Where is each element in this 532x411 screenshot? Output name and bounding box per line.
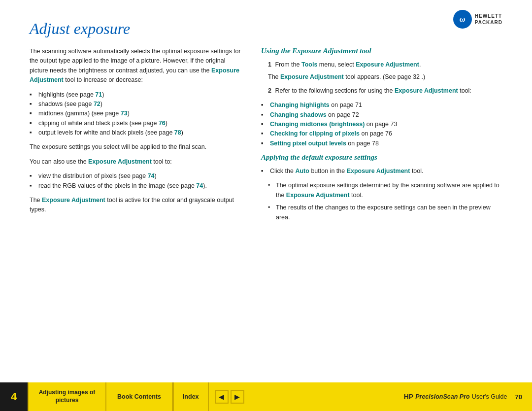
intro-paragraph: The scanning software automatically sele… bbox=[30, 47, 241, 85]
step-1: 1 From the Tools menu, select Exposure A… bbox=[261, 60, 502, 82]
midtones-page-link[interactable]: 73 bbox=[121, 110, 128, 117]
list-item: Changing highlights on page 71 bbox=[261, 101, 502, 110]
section-label-line1: Adjusting images of bbox=[39, 389, 96, 397]
list-item: read the RGB values of the pixels in the… bbox=[30, 181, 241, 191]
chapter-number: 4 bbox=[0, 382, 28, 411]
next-arrow[interactable]: ▶ bbox=[231, 390, 244, 404]
para4: The Exposure Adjustment tool is active f… bbox=[30, 196, 241, 215]
para4-pre: The bbox=[30, 197, 40, 204]
auto-link[interactable]: Auto bbox=[295, 168, 309, 174]
step1-sub-page: 32 bbox=[413, 73, 420, 80]
step1-sub-pre: The bbox=[268, 73, 279, 80]
step2-post: tool: bbox=[460, 87, 471, 94]
section-label-line2: pictures bbox=[56, 397, 79, 405]
product-name: PrecisionScan Pro bbox=[415, 393, 469, 400]
clipping-page-link[interactable]: 76 bbox=[159, 120, 166, 127]
footer-nav: ◀ ▶ bbox=[209, 390, 250, 404]
page-title: Adjust exposure bbox=[30, 20, 502, 38]
right-column: Using the Exposure Adjustment tool 1 Fro… bbox=[261, 47, 502, 227]
list-item: Checking for clipping of pixels on page … bbox=[261, 129, 502, 138]
two-columns: The scanning software automatically sele… bbox=[30, 47, 502, 227]
exposure-adjustment-sub-link[interactable]: Exposure Adjustment bbox=[280, 73, 344, 80]
steps-list: 1 From the Tools menu, select Exposure A… bbox=[261, 60, 502, 96]
exposure-link-2[interactable]: Exposure Adjustment bbox=[88, 158, 152, 165]
section2-exposure-link[interactable]: Exposure Adjustment bbox=[347, 168, 410, 174]
step1-sub-post: tool appears. (See page bbox=[345, 73, 411, 80]
step2-text: Refer to the following sections for usin… bbox=[275, 87, 393, 94]
output-page-link[interactable]: 78 bbox=[174, 129, 181, 136]
index-button[interactable]: Index bbox=[173, 382, 209, 411]
highlights-page-link[interactable]: 71 bbox=[95, 91, 102, 98]
exposure-adjustment-link[interactable]: Exposure Adjustment bbox=[356, 61, 419, 68]
intro-text-2: tool to increase or decrease: bbox=[65, 76, 143, 83]
list-item: output levels for white and black pixels… bbox=[30, 128, 241, 137]
step1-num: 1 bbox=[268, 61, 271, 68]
exposure-link-step2[interactable]: Exposure Adjustment bbox=[395, 87, 458, 94]
book-contents-button[interactable]: Book Contents bbox=[106, 382, 173, 411]
prev-arrow[interactable]: ◀ bbox=[215, 390, 229, 404]
section2-post: tool. bbox=[412, 168, 424, 174]
user-guide-text: User's Guide bbox=[472, 393, 507, 400]
step1-mid: menu, select bbox=[319, 61, 354, 68]
changing-shadows-link[interactable]: Changing shadows bbox=[270, 111, 327, 118]
hp-name-line2: PACKARD bbox=[475, 19, 502, 26]
list-item: Click the Auto button in the Exposure Ad… bbox=[261, 167, 502, 176]
exposure-adjustment-dot-link[interactable]: Exposure Adjustment bbox=[286, 192, 350, 199]
step1-pre: From the bbox=[275, 61, 299, 68]
para3-pre: You can also use the bbox=[30, 158, 87, 165]
footer-bar: 4 Adjusting images of pictures Book Cont… bbox=[0, 382, 532, 411]
footer-right-text: HP PrecisionScan Pro User's Guide 70 bbox=[404, 393, 532, 401]
page-number: 70 bbox=[515, 393, 522, 401]
list-item: shadows (see page 72) bbox=[30, 100, 241, 109]
para3-post: tool to: bbox=[153, 158, 172, 165]
changing-highlights-link[interactable]: Changing highlights bbox=[270, 102, 330, 108]
step1-period: . bbox=[419, 61, 421, 68]
intro-text-1: The scanning software automatically sele… bbox=[30, 48, 241, 74]
list-item: The optimal exposure settings determined… bbox=[268, 181, 502, 200]
main-content: ω HEWLETT PACKARD Adjust exposure The sc… bbox=[0, 0, 532, 382]
para2: The exposure settings you select will be… bbox=[30, 142, 241, 152]
hp-logo-circle: ω bbox=[453, 10, 472, 29]
rgb-page-link[interactable]: 74 bbox=[196, 182, 203, 189]
para3: You can also use the Exposure Adjustment… bbox=[30, 157, 241, 167]
section1-heading: Using the Exposure Adjustment tool bbox=[261, 47, 502, 55]
step-2: 2 Refer to the following sections for us… bbox=[261, 86, 502, 96]
setting-pixel-link[interactable]: Setting pixel output levels bbox=[270, 140, 346, 147]
left-column: The scanning software automatically sele… bbox=[30, 47, 241, 227]
step2-num: 2 bbox=[268, 87, 271, 94]
distribution-page-link[interactable]: 74 bbox=[148, 172, 155, 179]
list-item: Changing shadows on page 72 bbox=[261, 110, 502, 120]
list-item: view the distribution of pixels (see pag… bbox=[30, 171, 241, 181]
section2-mid: button in the bbox=[311, 168, 345, 174]
checking-clipping-link[interactable]: Checking for clipping of pixels bbox=[270, 130, 360, 137]
hp-logo-text: HEWLETT PACKARD bbox=[475, 13, 502, 26]
footer-section-label[interactable]: Adjusting images of pictures bbox=[28, 382, 106, 411]
also-list: view the distribution of pixels (see pag… bbox=[30, 171, 241, 191]
tools-link[interactable]: Tools bbox=[301, 61, 317, 68]
list-item: midtones (gamma) (see page 73) bbox=[30, 109, 241, 118]
step1-sub-end: .) bbox=[422, 73, 426, 80]
hp-logo: ω HEWLETT PACKARD bbox=[453, 10, 502, 29]
dot-bullets: The optimal exposure settings determined… bbox=[268, 181, 502, 222]
list-item: clipping of white and black pixels (see … bbox=[30, 119, 241, 128]
hp-name-line1: HEWLETT bbox=[475, 13, 502, 19]
list-item: Setting pixel output levels on page 78 bbox=[261, 139, 502, 148]
shadows-page-link[interactable]: 72 bbox=[94, 101, 100, 107]
features-list: highlights (see page 71) shadows (see pa… bbox=[30, 90, 241, 138]
list-item: highlights (see page 71) bbox=[30, 90, 241, 100]
section1-bullets: Changing highlights on page 71 Changing … bbox=[261, 101, 502, 148]
footer-hp-label: HP bbox=[404, 393, 413, 401]
section2-heading: Applying the default exposure settings bbox=[261, 153, 502, 162]
list-item: Changing midtones (brightness) on page 7… bbox=[261, 120, 502, 129]
exposure-link-3[interactable]: Exposure Adjustment bbox=[42, 197, 105, 204]
page-container: ω HEWLETT PACKARD Adjust exposure The sc… bbox=[0, 0, 532, 411]
section2-pre: Click the bbox=[270, 168, 294, 174]
list-item: The results of the changes to the exposu… bbox=[268, 203, 502, 222]
changing-midtones-link[interactable]: Changing midtones (brightness) bbox=[270, 121, 365, 128]
section2-bullets: Click the Auto button in the Exposure Ad… bbox=[261, 167, 502, 176]
